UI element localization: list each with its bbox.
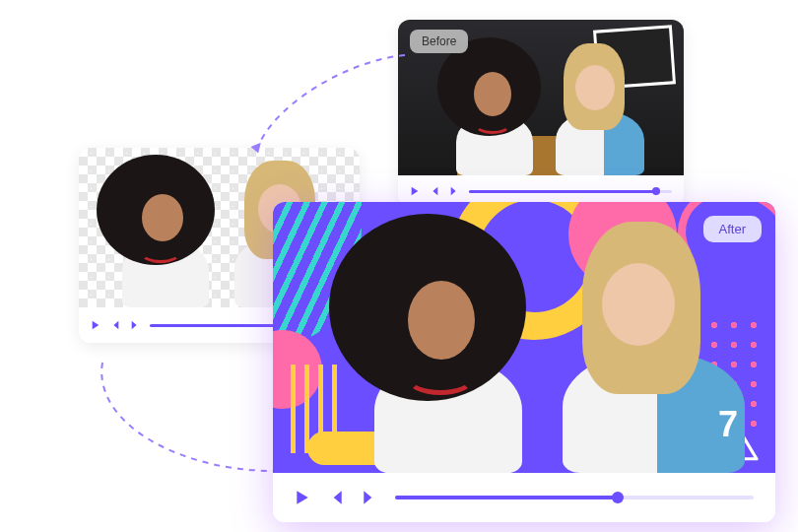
play-icon[interactable] — [91, 320, 100, 330]
arrow-before-to-mid — [242, 45, 420, 164]
person-left — [97, 155, 230, 307]
play-icon[interactable] — [410, 186, 420, 196]
skip-back-icon[interactable] — [328, 490, 344, 505]
timeline[interactable] — [469, 190, 672, 193]
skip-forward-icon[interactable] — [130, 320, 140, 330]
after-badge: After — [703, 216, 762, 242]
skip-back-icon[interactable] — [110, 320, 120, 330]
person-left — [327, 212, 554, 473]
jersey-number: 7 — [718, 404, 738, 445]
thumbnail-after: 7 After — [273, 202, 775, 473]
person-right — [536, 37, 664, 175]
play-icon[interactable] — [295, 490, 310, 505]
person-right: 7 — [531, 212, 767, 473]
video-card-before: Before — [398, 20, 684, 207]
video-card-after: 7 After — [273, 202, 775, 522]
skip-back-icon[interactable] — [430, 186, 439, 196]
thumbnail-before: Before — [398, 20, 684, 175]
before-badge: Before — [410, 30, 468, 53]
skip-forward-icon[interactable] — [449, 186, 459, 196]
person-left — [432, 37, 551, 175]
skip-forward-icon[interactable] — [362, 490, 377, 505]
timeline[interactable] — [395, 496, 754, 499]
arrow-mid-to-after — [87, 355, 294, 488]
player-controls-after — [273, 473, 775, 522]
